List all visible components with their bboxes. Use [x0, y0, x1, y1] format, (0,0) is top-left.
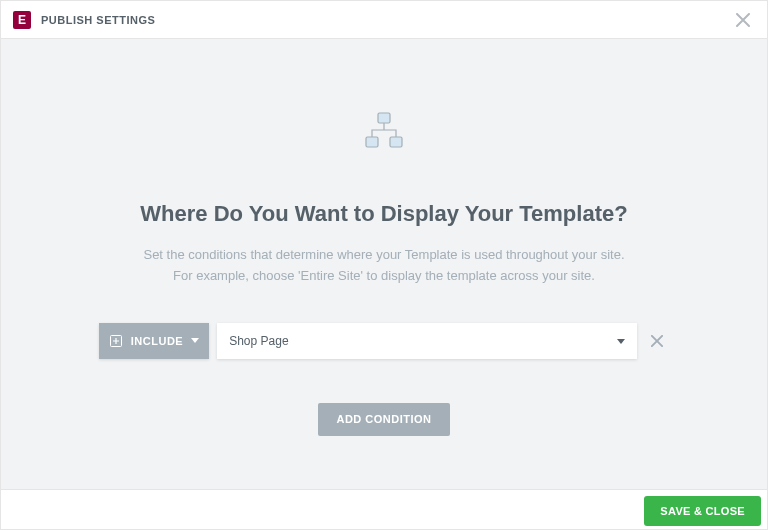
plus-icon [109, 334, 123, 348]
modal-body: Where Do You Want to Display Your Templa… [1, 39, 767, 489]
modal-footer: SAVE & CLOSE [1, 489, 767, 530]
close-button[interactable] [731, 8, 755, 32]
header-title: PUBLISH SETTINGS [41, 14, 155, 26]
modal-header: E PUBLISH SETTINGS [1, 1, 767, 39]
header-left: E PUBLISH SETTINGS [13, 11, 155, 29]
logo-text: E [18, 13, 26, 27]
hierarchy-icon [362, 109, 406, 157]
condition-value: Shop Page [229, 334, 288, 348]
svg-rect-0 [378, 113, 390, 123]
add-condition-button[interactable]: ADD CONDITION [318, 403, 449, 436]
condition-select[interactable]: Shop Page [217, 323, 637, 359]
caret-down-icon [191, 338, 199, 344]
svg-rect-2 [390, 137, 402, 147]
elementor-logo: E [13, 11, 31, 29]
main-subtitle: Set the conditions that determine where … [143, 245, 624, 287]
close-icon [736, 13, 750, 27]
condition-row: INCLUDE Shop Page [99, 323, 669, 359]
subtitle-line-2: For example, choose 'Entire Site' to dis… [173, 268, 595, 283]
save-close-button[interactable]: SAVE & CLOSE [644, 496, 761, 526]
main-title: Where Do You Want to Display Your Templa… [140, 201, 627, 227]
remove-condition-button[interactable] [645, 329, 669, 353]
subtitle-line-1: Set the conditions that determine where … [143, 247, 624, 262]
include-toggle[interactable]: INCLUDE [99, 323, 209, 359]
close-icon [651, 335, 663, 347]
svg-rect-1 [366, 137, 378, 147]
include-label: INCLUDE [131, 335, 183, 347]
caret-down-icon [617, 334, 625, 348]
